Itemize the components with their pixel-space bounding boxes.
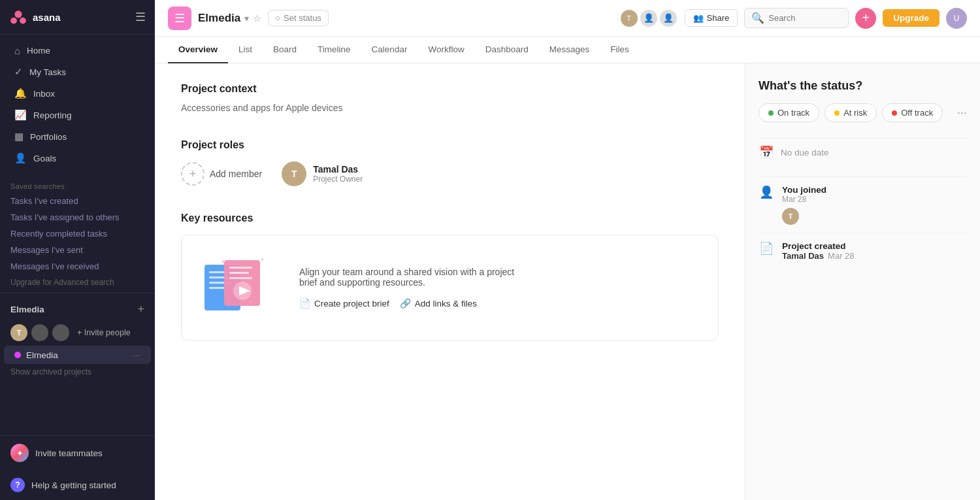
project-created-title: Project created — [782, 241, 855, 251]
avatar-header-2: 👤 — [639, 8, 659, 28]
goals-icon: 👤 — [14, 152, 27, 164]
saved-search-tasks-created[interactable]: Tasks I've created — [0, 193, 155, 209]
upgrade-search[interactable]: Upgrade for Advanced search — [0, 275, 155, 290]
off-track-label: Off track — [901, 108, 933, 118]
tab-files[interactable]: Files — [600, 37, 640, 63]
sidebar-item-goals[interactable]: 👤 Goals — [4, 148, 151, 169]
person-icon: 👤 — [759, 185, 774, 199]
bell-icon: 🔔 — [14, 88, 27, 99]
sidebar-item-reporting[interactable]: 📈 Reporting — [4, 105, 151, 125]
sidebar-item-inbox[interactable]: 🔔 Inbox — [4, 83, 151, 104]
creator-date: Mar 28 — [828, 251, 854, 261]
svg-point-1 — [10, 18, 17, 24]
status-circle-icon: ○ — [275, 13, 280, 23]
project-context-desc: Accessories and apps for Apple devices — [181, 103, 719, 113]
chevron-down-icon[interactable]: ▾ — [244, 13, 249, 24]
home-icon: ⌂ — [14, 45, 20, 56]
avatar-2 — [31, 324, 48, 341]
sidebar-project-elmedia[interactable]: Elmedia ··· — [4, 346, 151, 364]
add-links-label: Add links & files — [415, 299, 477, 308]
project-title-area: Elmedia ▾ ☆ — [198, 12, 261, 25]
hamburger-icon[interactable]: ☰ — [135, 10, 146, 24]
project-creator-row: Tamal Das Mar 28 — [782, 251, 855, 261]
sidebar-item-my-tasks[interactable]: ✓ My Tasks — [4, 61, 151, 82]
tab-list[interactable]: List — [228, 37, 263, 63]
share-button[interactable]: 👥 Share — [685, 9, 738, 27]
saved-search-messages-received[interactable]: Messages I've received — [0, 258, 155, 275]
invite-teammates-label: Invite teammates — [35, 448, 103, 458]
activity-person-icon-wrap: 👤 — [759, 185, 774, 225]
activity-section: 👤 You joined Mar 28 T 📄 Project created — [759, 176, 967, 269]
svg-text:✦: ✦ — [260, 257, 265, 263]
invite-people-button[interactable]: + Invite people — [73, 327, 135, 339]
status-panel-title: What's the status? — [759, 79, 967, 93]
svg-point-2 — [20, 18, 26, 24]
project-section-title: Elmedia — [10, 305, 44, 314]
sidebar-item-home[interactable]: ⌂ Home — [4, 41, 151, 61]
tab-dashboard[interactable]: Dashboard — [475, 37, 539, 63]
roles-row: + Add member T Tamal Das Project Owner — [181, 161, 719, 186]
user-avatar[interactable]: U — [946, 8, 967, 29]
project-context-section: Project context Accessories and apps for… — [181, 83, 719, 113]
add-member-label: Add member — [210, 169, 262, 179]
member-info: Tamal Das Project Owner — [313, 164, 363, 184]
add-member-button[interactable]: + Add member — [181, 162, 262, 186]
member-card: T Tamal Das Project Owner — [282, 161, 363, 186]
add-member-circle-icon: + — [181, 162, 204, 186]
sidebar: asana ☰ ⌂ Home ✓ My Tasks 🔔 Inbox 📈 Repo… — [0, 0, 155, 500]
status-more-icon[interactable]: ··· — [957, 106, 967, 120]
project-created-item: 📄 Project created Tamal Das Mar 28 — [759, 233, 967, 269]
search-icon: 🔍 — [751, 12, 764, 24]
sidebar-nav: ⌂ Home ✓ My Tasks 🔔 Inbox 📈 Reporting ▦ … — [0, 35, 155, 175]
on-track-button[interactable]: On track — [759, 103, 819, 122]
search-input[interactable] — [768, 13, 841, 23]
tab-workflow[interactable]: Workflow — [417, 37, 474, 63]
tab-calendar[interactable]: Calendar — [361, 37, 418, 63]
create-brief-button[interactable]: 📄 Create project brief — [299, 298, 389, 308]
add-links-button[interactable]: 🔗 Add links & files — [400, 298, 477, 308]
set-status-button[interactable]: ○ Set status — [268, 10, 329, 26]
upgrade-button[interactable]: Upgrade — [883, 9, 939, 27]
member-avatar: T — [282, 161, 306, 186]
show-archived[interactable]: Show archived projects — [0, 365, 155, 379]
search-bar[interactable]: 🔍 — [744, 8, 849, 28]
right-panel: What's the status? On track At risk Off … — [745, 63, 980, 500]
share-icon: 👥 — [693, 13, 704, 23]
resource-svg: ✦ ✦ — [201, 255, 280, 320]
project-created-content: Project created Tamal Das Mar 28 — [782, 241, 855, 261]
star-icon[interactable]: ☆ — [253, 13, 261, 24]
at-risk-label: At risk — [843, 108, 867, 118]
asana-logo-text: asana — [33, 12, 61, 23]
header-left: ☰ Elmedia ▾ ☆ ○ Set status — [168, 7, 329, 30]
tab-messages[interactable]: Messages — [539, 37, 600, 63]
project-add-icon[interactable]: + — [137, 303, 144, 316]
saved-search-recently-completed[interactable]: Recently completed tasks — [0, 225, 155, 242]
at-risk-button[interactable]: At risk — [825, 103, 877, 122]
svg-rect-7 — [209, 287, 225, 289]
tab-overview[interactable]: Overview — [168, 37, 228, 63]
portfolios-label: Portfolios — [30, 132, 67, 142]
project-name-row: Elmedia — [14, 350, 58, 360]
saved-search-messages-sent[interactable]: Messages I've sent — [0, 242, 155, 258]
asana-logo-icon — [9, 8, 27, 26]
invite-teammates-button[interactable]: ✦ Invite teammates — [0, 436, 155, 470]
on-track-label: On track — [777, 108, 809, 118]
red-dot — [892, 110, 897, 116]
project-more-icon[interactable]: ··· — [133, 350, 140, 360]
sidebar-item-portfolios[interactable]: ▦ Portfolios — [4, 126, 151, 147]
yellow-dot — [834, 110, 840, 116]
tab-timeline[interactable]: Timeline — [307, 37, 361, 63]
saved-searches-label: Saved searches — [0, 175, 155, 193]
link-icon: 🔗 — [400, 298, 411, 308]
saved-search-tasks-assigned[interactable]: Tasks I've assigned to others — [0, 209, 155, 225]
project-section: Elmedia + T + Invite people Elmedia ··· … — [0, 293, 155, 384]
svg-rect-10 — [229, 272, 249, 274]
sidebar-bottom: ✦ Invite teammates ? Help & getting star… — [0, 435, 155, 500]
svg-rect-11 — [229, 277, 252, 279]
tab-board[interactable]: Board — [263, 37, 307, 63]
help-button[interactable]: ? Help & getting started — [0, 470, 155, 500]
activity-doc-icon-wrap: 📄 — [759, 241, 774, 261]
main-area: ☰ Elmedia ▾ ☆ ○ Set status T 👤 👤 👥 Share — [155, 0, 980, 500]
off-track-button[interactable]: Off track — [882, 103, 943, 122]
add-button[interactable]: + — [855, 8, 876, 29]
